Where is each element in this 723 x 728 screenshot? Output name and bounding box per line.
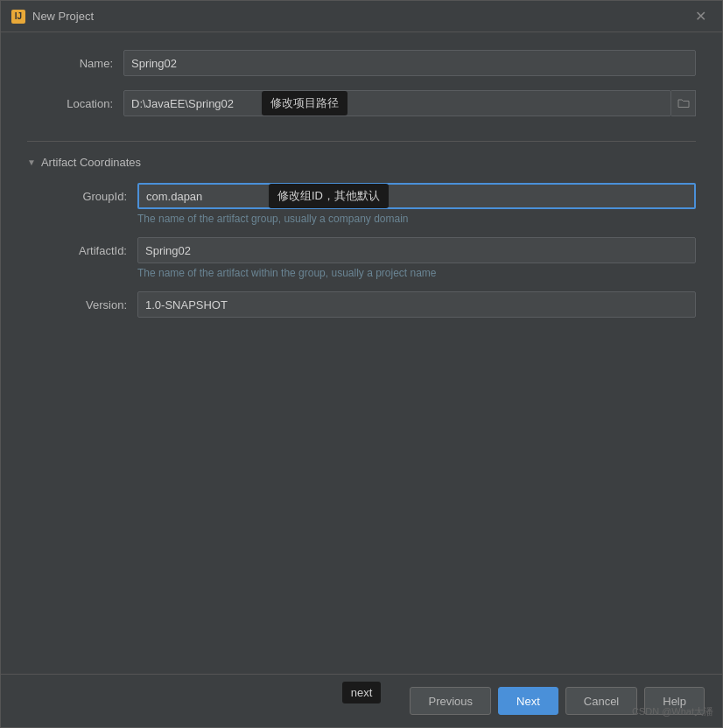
artifact-section-content: GroupId: 2 修改组ID，其他默认 The name of the ar…: [41, 183, 696, 332]
collapse-arrow-icon: ▼: [27, 158, 36, 167]
name-input[interactable]: [123, 50, 696, 76]
location-input[interactable]: [123, 90, 671, 116]
dialog-footer: next 3 Previous Next Cancel Help: [1, 674, 722, 727]
groupid-tooltip: 修改组ID，其他默认: [269, 184, 389, 208]
artifact-section-header: ▼ Artifact Coordinates: [27, 156, 696, 169]
next-tooltip: next: [342, 682, 382, 704]
next-button[interactable]: Next: [498, 687, 558, 715]
new-project-dialog: IJ New Project ✕ Name: Location:: [0, 0, 723, 728]
folder-icon: [677, 98, 690, 108]
location-row: Location: 1 修改项目路径: [27, 90, 696, 116]
previous-button[interactable]: Previous: [410, 687, 491, 715]
groupid-row: GroupId: 2 修改组ID，其他默认: [41, 183, 696, 209]
groupid-hint: The name of the artifact group, usually …: [137, 213, 696, 225]
artifactid-hint: The name of the artifact within the grou…: [137, 267, 696, 279]
dialog-content: Name: Location: 1 修改项目路径 ▼: [1, 32, 722, 674]
location-input-wrapper: [123, 90, 696, 116]
dialog-title: New Project: [32, 10, 94, 23]
version-row: Version:: [41, 291, 696, 318]
cancel-button[interactable]: Cancel: [565, 687, 637, 715]
artifactid-label: ArtifactId:: [41, 244, 137, 257]
location-tooltip: 修改项目路径: [262, 91, 347, 116]
version-label: Version:: [41, 298, 137, 312]
title-bar: IJ New Project ✕: [1, 1, 722, 32]
artifactid-row: ArtifactId:: [41, 237, 696, 263]
groupid-input[interactable]: [137, 183, 696, 209]
groupid-label: GroupId:: [41, 190, 137, 203]
name-label: Name:: [27, 57, 123, 70]
divider: [27, 141, 696, 142]
app-icon: IJ: [11, 10, 25, 24]
close-button[interactable]: ✕: [690, 6, 712, 26]
version-input[interactable]: [137, 291, 696, 318]
artifactid-input[interactable]: [137, 237, 696, 263]
title-bar-left: IJ New Project: [11, 10, 94, 24]
artifact-section-label: Artifact Coordinates: [41, 156, 141, 169]
browse-folder-button[interactable]: [671, 90, 696, 116]
location-label: Location:: [27, 97, 123, 110]
watermark: CSDN @What大潘: [632, 705, 713, 718]
name-row: Name:: [27, 50, 696, 76]
